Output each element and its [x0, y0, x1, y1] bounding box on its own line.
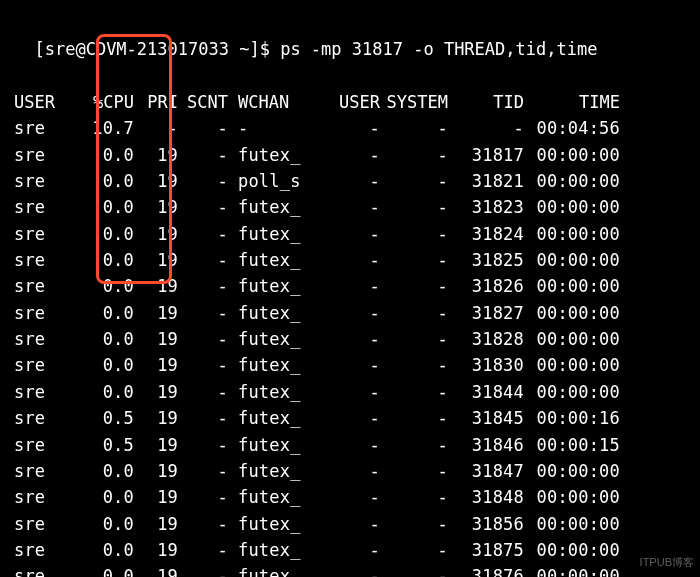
- cell-cpu: 0.0: [74, 379, 134, 405]
- cell-wchan: futex_: [238, 300, 318, 326]
- cell-scnt: -: [178, 511, 228, 537]
- cell-user: sre: [14, 168, 74, 194]
- cell-cpu: 0.0: [74, 221, 134, 247]
- cell-scnt: -: [178, 221, 228, 247]
- cell-system: -: [380, 194, 448, 220]
- prompt-user-host: [sre@CDVM-213017033 ~]$: [34, 39, 269, 59]
- cell-user2: -: [318, 432, 380, 458]
- cell-cpu: 0.0: [74, 168, 134, 194]
- cell-user2: -: [318, 379, 380, 405]
- cell-time: 00:00:00: [524, 511, 620, 537]
- cell-time: 00:00:00: [524, 142, 620, 168]
- hdr-tid: TID: [448, 89, 524, 115]
- table-row: sre0.019-futex_--3181700:00:00: [14, 142, 686, 168]
- cell-user2: -: [318, 352, 380, 378]
- cell-tid: 31828: [448, 326, 524, 352]
- cell-user: sre: [14, 326, 74, 352]
- cell-cpu: 10.7: [74, 115, 134, 141]
- cell-user2: -: [318, 221, 380, 247]
- cell-user: sre: [14, 511, 74, 537]
- cell-wchan: futex_: [238, 326, 318, 352]
- cell-pri: 19: [134, 326, 178, 352]
- cell-user2: -: [318, 537, 380, 563]
- cell-system: -: [380, 458, 448, 484]
- hdr-user: USER: [14, 89, 74, 115]
- cell-cpu: 0.0: [74, 300, 134, 326]
- table-row: sre0.519-futex_--3184500:00:16: [14, 405, 686, 431]
- cell-pri: 19: [134, 273, 178, 299]
- hdr-pri: PRI: [134, 89, 178, 115]
- hdr-cpu: %CPU: [74, 89, 134, 115]
- cell-tid: 31876: [448, 563, 524, 577]
- cell-time: 00:00:00: [524, 221, 620, 247]
- cell-time: 00:00:00: [524, 563, 620, 577]
- cell-wchan: futex_: [238, 563, 318, 577]
- cell-cpu: 0.0: [74, 142, 134, 168]
- cell-pri: 19: [134, 142, 178, 168]
- cell-scnt: -: [178, 352, 228, 378]
- cell-pri: 19: [134, 537, 178, 563]
- table-row: sre0.019-futex_--3184400:00:00: [14, 379, 686, 405]
- cell-system: -: [380, 221, 448, 247]
- cell-pri: 19: [134, 432, 178, 458]
- watermark: ITPUB博客: [640, 554, 694, 571]
- cell-scnt: -: [178, 247, 228, 273]
- cell-system: -: [380, 300, 448, 326]
- cell-user: sre: [14, 273, 74, 299]
- cell-tid: 31817: [448, 142, 524, 168]
- cell-wchan: futex_: [238, 247, 318, 273]
- cell-tid: 31875: [448, 537, 524, 563]
- table-row: sre0.019-futex_--3187500:00:00: [14, 537, 686, 563]
- cell-wchan: futex_: [238, 537, 318, 563]
- prompt-command[interactable]: ps -mp 31817 -o THREAD,tid,time: [280, 39, 597, 59]
- cell-system: -: [380, 352, 448, 378]
- cell-scnt: -: [178, 326, 228, 352]
- cell-tid: 31848: [448, 484, 524, 510]
- table-row: sre0.019-futex_--3182300:00:00: [14, 194, 686, 220]
- table-row: sre0.019-futex_--3182700:00:00: [14, 300, 686, 326]
- cell-system: -: [380, 273, 448, 299]
- cell-tid: -: [448, 115, 524, 141]
- table-row: sre0.019-futex_--3182800:00:00: [14, 326, 686, 352]
- cell-tid: 31825: [448, 247, 524, 273]
- cell-user2: -: [318, 142, 380, 168]
- cell-system: -: [380, 484, 448, 510]
- cell-user: sre: [14, 194, 74, 220]
- cell-tid: 31827: [448, 300, 524, 326]
- cell-time: 00:00:00: [524, 352, 620, 378]
- cell-cpu: 0.0: [74, 247, 134, 273]
- cell-wchan: futex_: [238, 432, 318, 458]
- cell-system: -: [380, 142, 448, 168]
- cell-pri: 19: [134, 379, 178, 405]
- prompt-line: [sre@CDVM-213017033 ~]$ ps -mp 31817 -o …: [14, 10, 686, 63]
- cell-user: sre: [14, 115, 74, 141]
- table-row: sre0.019-futex_--3182600:00:00: [14, 273, 686, 299]
- cell-user: sre: [14, 458, 74, 484]
- cell-user: sre: [14, 221, 74, 247]
- cell-tid: 31821: [448, 168, 524, 194]
- cell-scnt: -: [178, 458, 228, 484]
- cell-pri: 19: [134, 168, 178, 194]
- cell-system: -: [380, 511, 448, 537]
- cell-user: sre: [14, 432, 74, 458]
- cell-tid: 31846: [448, 432, 524, 458]
- cell-pri: 19: [134, 300, 178, 326]
- cell-user2: -: [318, 563, 380, 577]
- cell-time: 00:00:00: [524, 300, 620, 326]
- cell-scnt: -: [178, 484, 228, 510]
- cell-system: -: [380, 405, 448, 431]
- cell-pri: 19: [134, 511, 178, 537]
- cell-tid: 31844: [448, 379, 524, 405]
- cell-time: 00:00:00: [524, 168, 620, 194]
- cell-cpu: 0.0: [74, 273, 134, 299]
- cell-wchan: futex_: [238, 484, 318, 510]
- cell-cpu: 0.0: [74, 484, 134, 510]
- cell-time: 00:00:00: [524, 458, 620, 484]
- cell-wchan: futex_: [238, 511, 318, 537]
- cell-scnt: -: [178, 432, 228, 458]
- cell-time: 00:00:00: [524, 379, 620, 405]
- cell-user: sre: [14, 563, 74, 577]
- cell-wchan: futex_: [238, 405, 318, 431]
- cell-system: -: [380, 326, 448, 352]
- hdr-wchan: WCHAN: [238, 89, 318, 115]
